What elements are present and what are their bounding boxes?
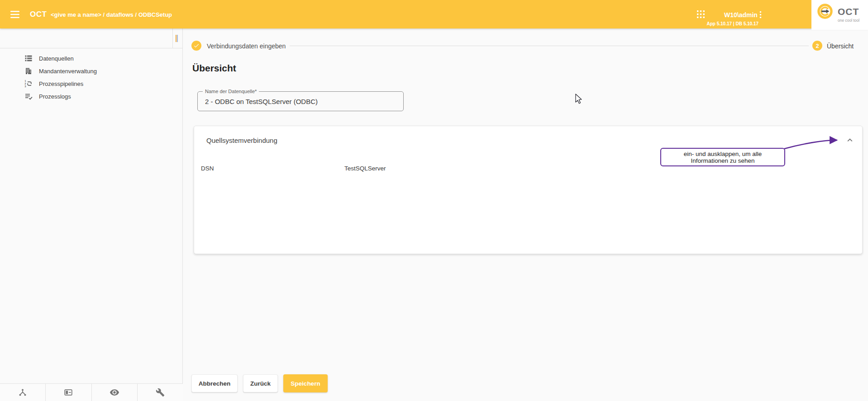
name-field-outline (197, 91, 404, 111)
version-info: App 5.10.17 | DB 5.10.17 (679, 21, 758, 26)
check-icon (193, 42, 200, 49)
eye-icon[interactable] (91, 384, 137, 401)
logo-text: OCT (838, 6, 859, 17)
datasource-name-input[interactable] (198, 92, 403, 111)
user-menu[interactable]: W10\admin (724, 11, 758, 19)
stepper-connector (290, 46, 809, 46)
sidebar-item-label: Prozesspipelines (39, 80, 83, 87)
building-icon (24, 67, 33, 75)
dsn-value: TestSQLServer (344, 165, 386, 172)
sidebar-item-datenquellen[interactable]: Datenquellen (0, 52, 182, 65)
app-window: OCT <give me a name> / dataflows / ODBCS… (0, 0, 868, 401)
sidebar-item-prozesslogs[interactable]: Prozesslogs (0, 90, 182, 103)
playlist-check-icon (24, 92, 33, 100)
sidebar-nav: Datenquellen Mandantenve (0, 52, 182, 103)
apps-grid-icon[interactable] (697, 10, 705, 18)
sidebar-footer-toolbar (0, 383, 183, 401)
logo-tagline: one cool tool (838, 18, 859, 23)
sidebar-top-strip (0, 28, 182, 48)
view-list-icon (24, 54, 33, 62)
sidebar: Datenquellen Mandantenve (0, 28, 183, 401)
wrench-icon[interactable] (137, 384, 183, 401)
back-button[interactable]: Zurück (243, 374, 278, 392)
breadcrumb[interactable]: <give me a name> / dataflows / ODBCSetup (51, 11, 172, 18)
numbered-flow-icon: 123 (24, 80, 33, 88)
name-field-label: Name der Datenquelle* (203, 89, 259, 94)
brand-logo: OCT one cool tool (811, 0, 868, 30)
oct-logo-icon (817, 3, 833, 21)
sidebar-item-label: Mandantenverwaltung (39, 68, 97, 75)
step-1-completed-icon[interactable] (191, 41, 201, 51)
svg-text:3: 3 (25, 85, 26, 88)
mouse-cursor-icon (574, 93, 584, 105)
splitter-cell (172, 28, 182, 48)
layout-icon[interactable] (45, 384, 91, 401)
step-2-label[interactable]: Übersicht (827, 42, 854, 50)
cancel-button[interactable]: Abbrechen (191, 374, 238, 392)
splitter-handle-icon[interactable] (176, 35, 178, 42)
step-2-number: 2 (816, 42, 819, 49)
app-title: OCT (30, 10, 47, 19)
chevron-up-icon[interactable] (845, 135, 855, 145)
kebab-menu-icon[interactable] (759, 11, 764, 18)
step-2-circle[interactable]: 2 (812, 41, 822, 51)
sidebar-item-label: Datenquellen (39, 55, 74, 62)
step-1-label[interactable]: Verbindungsdaten eingeben (207, 42, 286, 50)
menu-icon[interactable] (10, 11, 19, 18)
sidebar-item-label: Prozesslogs (39, 93, 71, 100)
hub-icon[interactable] (0, 384, 45, 401)
annotation-tooltip: ein- und ausklappen, um alle Information… (660, 148, 785, 166)
connection-card-title: Quellsystemverbindung (206, 137, 277, 144)
page-title: Übersicht (192, 63, 236, 74)
save-button[interactable]: Speichern (283, 374, 328, 392)
top-app-bar: OCT <give me a name> / dataflows / ODBCS… (0, 0, 868, 28)
sidebar-item-prozesspipelines[interactable]: 123 Prozesspipelines (0, 77, 182, 90)
dsn-key: DSN (201, 165, 214, 172)
connection-card: Quellsystemverbindung DSN TestSQLServer (194, 126, 863, 254)
sidebar-item-mandantenverwaltung[interactable]: Mandantenverwaltung (0, 65, 182, 77)
